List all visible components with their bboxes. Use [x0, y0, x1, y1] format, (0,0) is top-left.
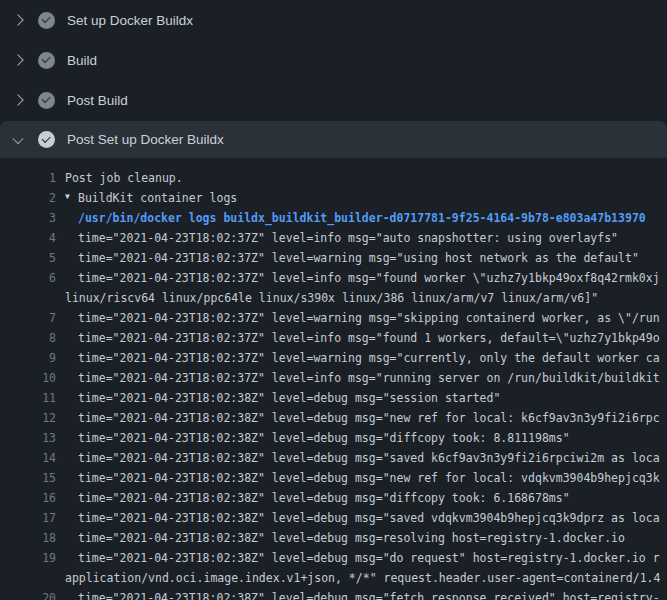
log-line: linux/riscv64 linux/ppc64le linux/s390x …: [0, 288, 667, 308]
log-text: time="2021-04-23T18:02:37Z" level=info m…: [56, 228, 618, 248]
chevron-down-icon: [12, 136, 24, 144]
log-text: time="2021-04-23T18:02:38Z" level=debug …: [56, 468, 660, 488]
check-circle-icon: [38, 12, 55, 29]
chevron-glyph: [12, 14, 23, 25]
log-line: 10time="2021-04-23T18:02:37Z" level=info…: [0, 368, 667, 388]
log-text: time="2021-04-23T18:02:38Z" level=debug …: [56, 528, 625, 548]
log-text: application/vnd.oci.image.index.v1+json,…: [56, 568, 660, 588]
line-number[interactable]: 8: [0, 328, 56, 348]
log-text: time="2021-04-23T18:02:37Z" level=info m…: [56, 368, 660, 388]
log-line: 9time="2021-04-23T18:02:37Z" level=warni…: [0, 348, 667, 368]
chevron-glyph: [12, 54, 23, 65]
line-number[interactable]: 17: [0, 508, 56, 528]
line-number[interactable]: 6: [0, 268, 56, 288]
log-line: 11time="2021-04-23T18:02:38Z" level=debu…: [0, 388, 667, 408]
line-number[interactable]: 20: [0, 588, 56, 600]
log-line: 19time="2021-04-23T18:02:38Z" level=debu…: [0, 548, 667, 568]
log-line: 20time="2021-04-23T18:02:38Z" level=debu…: [0, 588, 667, 600]
log-text: time="2021-04-23T18:02:37Z" level=warnin…: [56, 308, 660, 328]
section-label: Build: [67, 53, 97, 68]
log-line: 4time="2021-04-23T18:02:37Z" level=info …: [0, 228, 667, 248]
line-number[interactable]: 18: [0, 528, 56, 548]
log-text: time="2021-04-23T18:02:38Z" level=debug …: [56, 588, 660, 600]
log-text: time="2021-04-23T18:02:38Z" level=debug …: [56, 548, 660, 568]
line-number: [0, 568, 56, 588]
section-label: Set up Docker Buildx: [67, 13, 193, 28]
log-text: linux/riscv64 linux/ppc64le linux/s390x …: [56, 288, 598, 308]
triangle-down-icon: ▼: [56, 188, 78, 207]
log-text: time="2021-04-23T18:02:38Z" level=debug …: [56, 388, 500, 408]
log-line: 15time="2021-04-23T18:02:38Z" level=debu…: [0, 468, 667, 488]
log-line: 12time="2021-04-23T18:02:38Z" level=debu…: [0, 408, 667, 428]
line-number[interactable]: 15: [0, 468, 56, 488]
line-number[interactable]: 1: [0, 168, 56, 188]
log-line: 17time="2021-04-23T18:02:38Z" level=debu…: [0, 508, 667, 528]
log-text: time="2021-04-23T18:02:37Z" level=info m…: [56, 268, 660, 288]
log-command-text: /usr/bin/docker logs buildx_buildkit_bui…: [56, 208, 646, 228]
line-number[interactable]: 11: [0, 388, 56, 408]
log-line: 7time="2021-04-23T18:02:37Z" level=warni…: [0, 308, 667, 328]
line-number: [0, 288, 56, 308]
log-line: 14time="2021-04-23T18:02:38Z" level=debu…: [0, 448, 667, 468]
log-text: time="2021-04-23T18:02:38Z" level=debug …: [56, 448, 660, 468]
line-number[interactable]: 9: [0, 348, 56, 368]
section-header-set-up-docker-buildx[interactable]: Set up Docker Buildx: [0, 0, 667, 40]
log-text: time="2021-04-23T18:02:38Z" level=debug …: [56, 428, 570, 448]
line-number[interactable]: 12: [0, 408, 56, 428]
log-line: 8time="2021-04-23T18:02:37Z" level=info …: [0, 328, 667, 348]
log-line: 13time="2021-04-23T18:02:38Z" level=debu…: [0, 428, 667, 448]
log-text: time="2021-04-23T18:02:38Z" level=debug …: [56, 508, 660, 528]
log-line: 18time="2021-04-23T18:02:38Z" level=debu…: [0, 528, 667, 548]
log-line: application/vnd.oci.image.index.v1+json,…: [0, 568, 667, 588]
section-label: Post Build: [67, 93, 128, 108]
chevron-right-icon: [12, 56, 24, 64]
chevron-glyph: [12, 94, 23, 105]
check-circle-icon: [38, 131, 55, 148]
log-text: BuildKit container logs: [78, 188, 237, 208]
line-number[interactable]: 19: [0, 548, 56, 568]
line-number[interactable]: 14: [0, 448, 56, 468]
line-number[interactable]: 2: [0, 188, 56, 208]
chevron-right-icon: [12, 16, 24, 24]
line-number[interactable]: 10: [0, 368, 56, 388]
section-header-post-build[interactable]: Post Build: [0, 80, 667, 120]
check-circle-icon: [38, 52, 55, 69]
log-group-toggle[interactable]: 2▼BuildKit container logs: [0, 188, 667, 208]
log-output: 1Post job cleanup.2▼BuildKit container l…: [0, 158, 667, 600]
actions-log-viewer: Set up Docker BuildxBuildPost BuildPost …: [0, 0, 667, 600]
log-line: 6time="2021-04-23T18:02:37Z" level=info …: [0, 268, 667, 288]
step-list: Set up Docker BuildxBuildPost BuildPost …: [0, 0, 667, 158]
log-text: time="2021-04-23T18:02:37Z" level=warnin…: [56, 248, 639, 268]
line-number[interactable]: 3: [0, 208, 56, 228]
line-number[interactable]: 5: [0, 248, 56, 268]
line-number[interactable]: 4: [0, 228, 56, 248]
chevron-right-icon: [12, 96, 24, 104]
line-number[interactable]: 13: [0, 428, 56, 448]
log-text: Post job cleanup.: [56, 168, 183, 188]
log-text: time="2021-04-23T18:02:37Z" level=info m…: [56, 328, 660, 348]
log-text: time="2021-04-23T18:02:38Z" level=debug …: [56, 408, 660, 428]
log-line: 1Post job cleanup.: [0, 168, 667, 188]
line-number[interactable]: 16: [0, 488, 56, 508]
section-header-build[interactable]: Build: [0, 40, 667, 80]
log-line: 16time="2021-04-23T18:02:38Z" level=debu…: [0, 488, 667, 508]
section-label: Post Set up Docker Buildx: [67, 132, 224, 147]
line-number[interactable]: 7: [0, 308, 56, 328]
log-line: 3/usr/bin/docker logs buildx_buildkit_bu…: [0, 208, 667, 228]
section-header-post-set-up-docker-buildx[interactable]: Post Set up Docker Buildx: [0, 121, 667, 158]
log-text: time="2021-04-23T18:02:37Z" level=warnin…: [56, 348, 660, 368]
log-text: time="2021-04-23T18:02:38Z" level=debug …: [56, 488, 570, 508]
check-circle-icon: [38, 92, 55, 109]
log-line: 5time="2021-04-23T18:02:37Z" level=warni…: [0, 248, 667, 268]
chevron-glyph: [12, 132, 23, 143]
